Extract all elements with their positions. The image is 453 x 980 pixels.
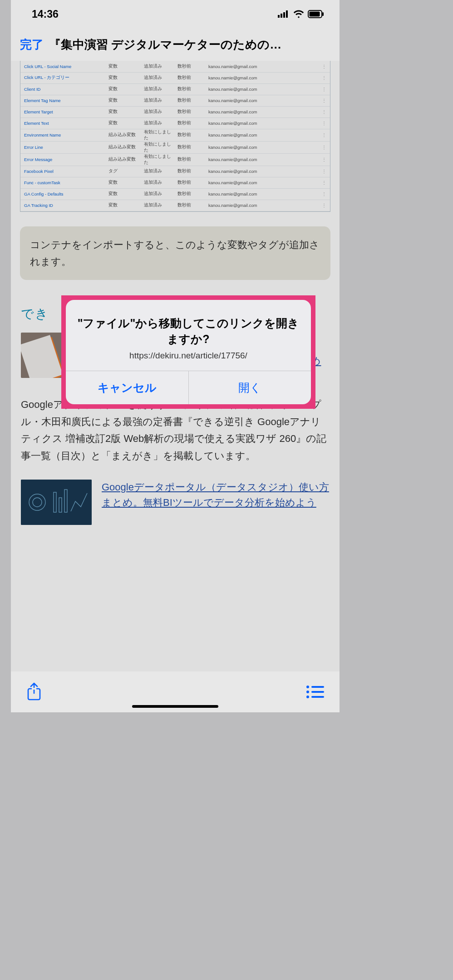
alert-url: https://dekiru.net/article/17756/ [77,351,300,361]
phone-frame: 14:36 完了 『集中演習 デジタルマーケターのための… Click URL … [11,0,340,712]
alert-dialog: "ファイル"から移動してこのリンクを開きますか? https://dekiru.… [66,300,311,404]
alert-cancel-button[interactable]: キャンセル [66,371,189,404]
alert-title: "ファイル"から移動してこのリンクを開きますか? [77,315,300,347]
alert-open-button[interactable]: 開く [189,371,311,404]
alert-highlight: "ファイル"から移動してこのリンクを開きますか? https://dekiru.… [61,295,315,409]
